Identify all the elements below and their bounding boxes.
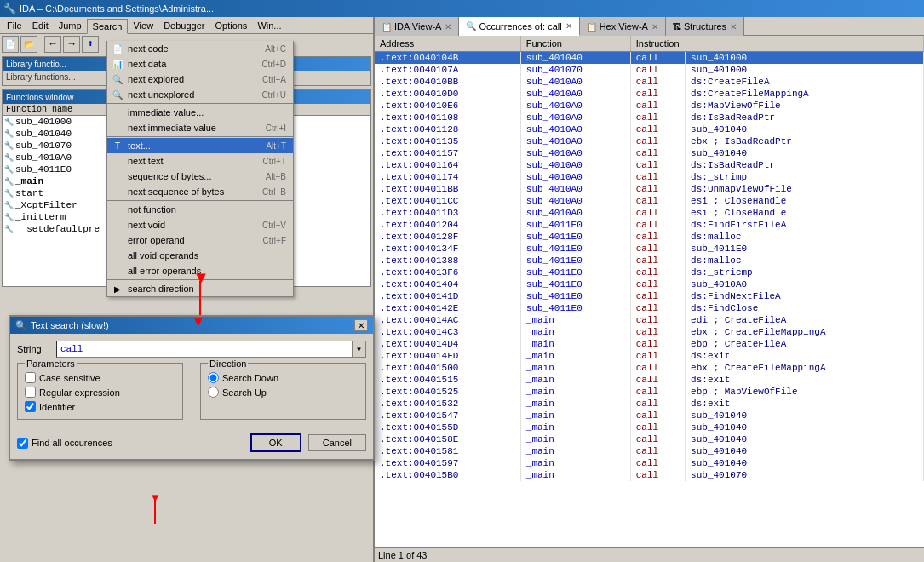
table-row[interactable]: .text:004014D4_maincallebp ; CreateFileA	[375, 338, 924, 350]
search-menu-next-seq[interactable]: next sequence of bytes Ctrl+B	[107, 184, 293, 199]
table-row[interactable]: .text:00401128sub_4010A0callsub_401040	[375, 123, 924, 135]
identifier-checkbox[interactable]	[25, 401, 36, 412]
ok-button[interactable]: OK	[250, 433, 301, 452]
tab-structures[interactable]: 🏗 Structures ✕	[666, 17, 744, 36]
table-row[interactable]: .text:00401547_maincallsub_401040	[375, 410, 924, 422]
cell-target: ds:UnmapViewOfFile	[686, 183, 924, 195]
table-row[interactable]: .text:0040128Fsub_4011E0callds:malloc	[375, 231, 924, 243]
table-row[interactable]: .text:004011D3sub_4010A0callesi ; CloseH…	[375, 207, 924, 219]
search-menu-error-operand[interactable]: error operand Ctrl+F	[107, 232, 293, 248]
tab-ida-view-close[interactable]: ✕	[445, 22, 451, 32]
search-menu-seq-bytes[interactable]: sequence of bytes... Alt+B	[107, 169, 293, 184]
table-row[interactable]: .text:004011BBsub_4010A0callds:UnmapView…	[375, 183, 924, 195]
table-row[interactable]: .text:004014C3_maincallebx ; CreateFileM…	[375, 326, 924, 338]
table-row[interactable]: .text:00401157sub_4010A0callsub_401040	[375, 147, 924, 159]
tab-occurrences[interactable]: 🔍 Occurrences of: call ✕	[459, 17, 579, 36]
table-row[interactable]: .text:00401515_maincallds:exit	[375, 374, 924, 386]
menu-file[interactable]: File	[2, 19, 27, 32]
table-row[interactable]: .text:004014AC_maincalledi ; CreateFileA	[375, 314, 924, 326]
table-row[interactable]: .text:00401597_maincallsub_401040	[375, 457, 924, 469]
cell-instruction: call	[630, 76, 685, 88]
menu-debugger[interactable]: Debugger	[158, 19, 209, 32]
search-menu-next-data[interactable]: 📊 next data Ctrl+D	[107, 56, 293, 72]
case-sensitive-checkbox[interactable]	[25, 372, 36, 383]
cell-target: ds:FindNextFileA	[686, 290, 924, 302]
tab-ida-view[interactable]: 📋 IDA View-A ✕	[375, 17, 459, 36]
toolbar-back[interactable]: ←	[44, 36, 61, 53]
table-row[interactable]: .text:004011CCsub_4010A0callesi ; CloseH…	[375, 195, 924, 207]
cell-address: .text:00401108	[375, 112, 520, 123]
table-row[interactable]: .text:00401581_maincallsub_401040	[375, 445, 924, 457]
search-menu-not-function[interactable]: not function	[107, 202, 293, 217]
table-row[interactable]: .text:00401204sub_4011E0callds:FindFirst…	[375, 219, 924, 231]
regex-checkbox[interactable]	[25, 387, 36, 398]
menu-view[interactable]: View	[128, 19, 158, 32]
structures-icon: 🏗	[673, 22, 681, 32]
search-menu-next-unexplored[interactable]: 🔍 next unexplored Ctrl+U	[107, 87, 293, 102]
cell-instruction: call	[630, 195, 685, 207]
table-row[interactable]: .text:00401164sub_4010A0callds:IsBadRead…	[375, 159, 924, 171]
table-row[interactable]: .text:00401108sub_4010A0callds:IsBadRead…	[375, 112, 924, 123]
search-menu-next-explored[interactable]: 🔍 next explored Ctrl+A	[107, 72, 293, 87]
col-address: Address	[375, 36, 520, 51]
cell-instruction: call	[630, 147, 685, 159]
table-row[interactable]: .text:00401500_maincallebx ; CreateFileM…	[375, 362, 924, 374]
table-row[interactable]: .text:0040158E_maincallsub_401040	[375, 433, 924, 445]
occurrences-table[interactable]: Address Function Instruction .text:00401…	[375, 36, 924, 547]
search-menu-immediate-value[interactable]: immediate value...	[107, 105, 293, 120]
table-row[interactable]: .text:004015B0_maincallsub_401070	[375, 469, 924, 481]
table-row[interactable]: .text:0040107Asub_401070callsub_401000	[375, 64, 924, 76]
tab-hex-view-close[interactable]: ✕	[651, 22, 658, 32]
cell-address: .text:00401174	[375, 171, 520, 183]
cell-target: esi ; CloseHandle	[686, 207, 924, 219]
table-row[interactable]: .text:0040104Bsub_401040callsub_401000	[375, 51, 924, 64]
search-menu-next-code[interactable]: 📄 next code Alt+C	[107, 41, 293, 56]
cell-target: ds:IsBadReadPtr	[686, 112, 924, 123]
dialog-close-button[interactable]: ✕	[354, 319, 368, 331]
table-row[interactable]: .text:0040142Esub_4011E0callds:FindClose	[375, 302, 924, 314]
find-all-checkbox[interactable]	[17, 438, 28, 449]
tab-hex-view[interactable]: 📋 Hex View-A ✕	[580, 17, 666, 36]
table-row[interactable]: .text:0040134Fsub_4011E0callsub_4011E0	[375, 243, 924, 255]
toolbar-up[interactable]: ⬆	[82, 36, 99, 53]
string-input-row: String ▼	[17, 341, 366, 358]
table-row[interactable]: .text:004010E6sub_4010A0callds:MapViewOf…	[375, 100, 924, 112]
table-row[interactable]: .text:00401532_maincallds:exit	[375, 398, 924, 410]
table-row[interactable]: .text:004013F6sub_4011E0callds:_stricmp	[375, 267, 924, 278]
tab-occurrences-close[interactable]: ✕	[565, 21, 572, 31]
search-up-radio[interactable]	[208, 387, 219, 398]
cancel-button[interactable]: Cancel	[308, 434, 366, 451]
menu-options[interactable]: Options	[209, 19, 252, 32]
search-down-radio[interactable]	[208, 372, 219, 383]
search-menu-next-void[interactable]: next void Ctrl+V	[107, 217, 293, 232]
menu-search[interactable]: Search	[87, 19, 129, 34]
table-row[interactable]: .text:00401525_maincallebp ; MapViewOfFi…	[375, 386, 924, 398]
search-menu-text[interactable]: T text... Alt+T	[107, 138, 293, 153]
search-menu-next-text[interactable]: next text Ctrl+T	[107, 153, 293, 169]
menu-jump[interactable]: Jump	[54, 19, 87, 32]
direction-group: Direction Search Down Search Up	[200, 363, 366, 420]
cell-instruction: call	[630, 100, 685, 112]
table-row[interactable]: .text:00401388sub_4011E0callds:malloc	[375, 255, 924, 267]
table-row[interactable]: .text:00401174sub_4010A0callds:_strimp	[375, 171, 924, 183]
table-row[interactable]: .text:00401135sub_4010A0callebx ; IsBadR…	[375, 135, 924, 147]
string-dropdown-button[interactable]: ▼	[353, 341, 366, 358]
toolbar-new[interactable]: 📄	[2, 36, 19, 53]
search-menu-all-void[interactable]: all void operands	[107, 248, 293, 263]
table-row[interactable]: .text:00401404sub_4011E0callsub_4010A0	[375, 278, 924, 290]
next-data-icon: 📊	[111, 57, 124, 71]
table-row[interactable]: .text:004010BBsub_4010A0callds:CreateFil…	[375, 76, 924, 88]
menu-win[interactable]: Win...	[252, 19, 286, 32]
toolbar-open[interactable]: 📂	[20, 36, 37, 53]
table-row[interactable]: .text:0040155D_maincallsub_401040	[375, 422, 924, 433]
cell-function: sub_4010A0	[520, 147, 630, 159]
search-menu-next-immediate[interactable]: next immediate value Ctrl+I	[107, 120, 293, 135]
tab-structures-close[interactable]: ✕	[730, 22, 737, 32]
string-input[interactable]	[56, 341, 353, 358]
table-row[interactable]: .text:0040141Dsub_4011E0callds:FindNextF…	[375, 290, 924, 302]
table-row[interactable]: .text:004010D0sub_4010A0callds:CreateFil…	[375, 88, 924, 100]
menu-edit[interactable]: Edit	[27, 19, 54, 32]
toolbar-forward[interactable]: →	[63, 36, 80, 53]
cell-function: sub_4010A0	[520, 207, 630, 219]
table-row[interactable]: .text:004014FD_maincallds:exit	[375, 350, 924, 362]
